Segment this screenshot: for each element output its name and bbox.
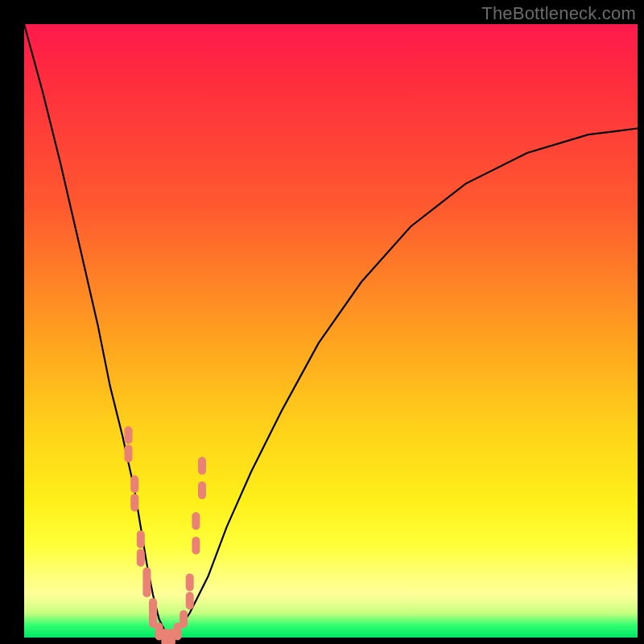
marker-dot [186, 592, 194, 609]
chart-frame: TheBottleneck.com [0, 0, 644, 644]
curve-layer [24, 24, 638, 638]
marker-dot [192, 537, 200, 555]
bottleneck-curve [24, 24, 638, 638]
marker-dot [137, 549, 145, 567]
marker-dot [142, 580, 151, 597]
plot-area [24, 24, 638, 638]
marker-dot [180, 610, 188, 628]
marker-dot [198, 457, 206, 475]
marker-dot [125, 444, 133, 462]
watermark-text: TheBottleneck.com [481, 3, 636, 24]
highlight-markers [125, 427, 207, 645]
marker-dot [125, 427, 133, 444]
marker-dot [198, 481, 206, 499]
marker-dot [186, 573, 194, 591]
marker-dot [137, 530, 145, 548]
marker-dot [192, 512, 200, 530]
marker-dot [130, 476, 138, 493]
marker-dot [130, 493, 138, 511]
